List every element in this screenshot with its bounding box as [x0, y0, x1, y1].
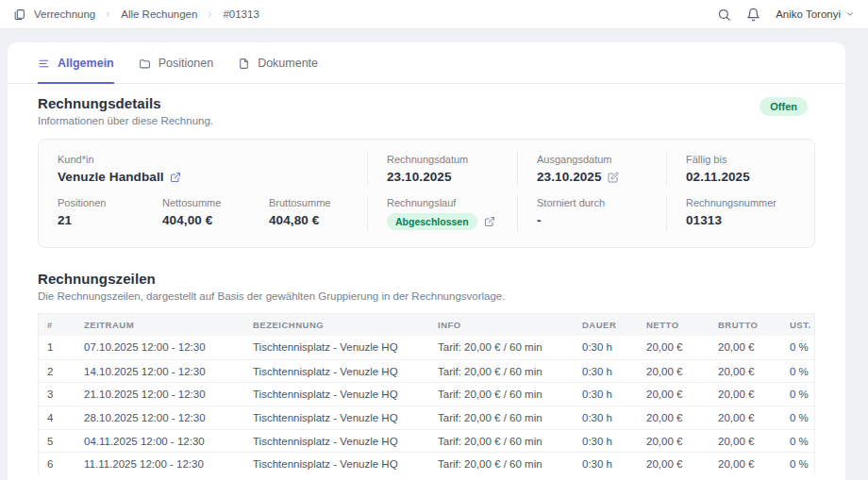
lines-section-header: Rechnungszeilen Die Rechnungszeilen, dar…: [8, 248, 845, 302]
table-row[interactable]: 6 11.11.2025 12:00 - 12:30 Tischtennispl…: [39, 452, 814, 475]
cell-brutto: 20,00 €: [709, 366, 781, 377]
cell-bezeichnung: Tischtennisplatz - Venuzle HQ: [244, 366, 429, 377]
cell-ust: 0 %: [781, 389, 814, 400]
status-badge: Offen: [760, 97, 808, 116]
cell-ust: 0 %: [781, 412, 814, 423]
cell-info: Tarif: 20,00 € / 60 min: [429, 412, 574, 423]
field-kunde: Kund*in Venuzle Handball: [39, 152, 367, 186]
content-panel: Allgemein Positionen Dokumente Rechnungs…: [8, 42, 845, 480]
cell-zeitraum: 28.10.2025 12:00 - 12:30: [75, 412, 244, 423]
cell-nr: 3: [39, 389, 75, 400]
pages-icon: [13, 8, 25, 21]
col-header-brutto: BRUTTO: [709, 320, 781, 330]
field-label: Rechnungsnummer: [686, 197, 803, 208]
table-row[interactable]: 2 14.10.2025 12:00 - 12:30 Tischtennispl…: [39, 359, 814, 383]
cell-brutto: 20,00 €: [709, 341, 781, 353]
cell-brutto: 20,00 €: [709, 412, 781, 423]
field-value: -: [537, 213, 542, 227]
tab-label: Allgemein: [58, 57, 114, 70]
cell-bezeichnung: Tischtennisplatz - Venuzle HQ: [244, 458, 429, 470]
table-body: 1 07.10.2025 12:00 - 12:30 Tischtennispl…: [39, 336, 814, 475]
user-menu[interactable]: Aniko Toronyi: [776, 8, 855, 20]
field-rechnungsdatum: Rechnungsdatum 23.10.2025: [367, 152, 517, 186]
cell-nr: 1: [39, 341, 75, 353]
cell-netto: 20,00 €: [638, 436, 709, 447]
cell-brutto: 20,00 €: [709, 436, 781, 447]
invoice-lines-table: # ZEITRAUM BEZEICHNUNG INFO DAUER NETTO …: [38, 313, 815, 475]
field-value: 23.10.2025: [387, 170, 452, 184]
breadcrumb-item-alle-rechnungen[interactable]: Alle Rechungen: [121, 8, 197, 20]
chevron-right-icon: [206, 10, 214, 19]
cell-zeitraum: 07.10.2025 12:00 - 12:30: [75, 341, 244, 353]
field-label: Ausgangsdatum: [537, 154, 655, 165]
breadcrumb-item-current: #01313: [223, 8, 259, 20]
chevron-down-icon: [845, 9, 855, 19]
external-link-icon[interactable]: [484, 216, 495, 227]
field-faellig-bis: Fällig bis 02.11.2025: [666, 152, 814, 186]
tab-bar: Allgemein Positionen Dokumente: [8, 42, 845, 84]
field-rechnungsnummer: Rechnungsnummer 01313: [666, 195, 814, 232]
field-nettosumme: Nettosumme 404,00 €: [143, 195, 250, 232]
cell-netto: 20,00 €: [638, 389, 709, 400]
cell-bezeichnung: Tischtennisplatz - Venuzle HQ: [244, 412, 429, 423]
cell-netto: 20,00 €: [638, 458, 709, 470]
list-icon: [38, 58, 50, 70]
cell-dauer: 0:30 h: [574, 341, 638, 353]
cell-zeitraum: 14.10.2025 12:00 - 12:30: [75, 366, 244, 377]
field-label: Fällig bis: [686, 154, 803, 165]
table-row[interactable]: 4 28.10.2025 12:00 - 12:30 Tischtennispl…: [39, 406, 814, 429]
col-header-bezeichnung: BEZEICHNUNG: [244, 320, 429, 330]
tab-label: Dokumente: [258, 57, 318, 70]
cell-netto: 20,00 €: [638, 366, 709, 377]
edit-icon[interactable]: [608, 172, 619, 183]
breadcrumb-item-verrechnung[interactable]: Verrechnung: [34, 8, 95, 20]
cell-ust: 0 %: [781, 458, 814, 470]
col-header-nr: #: [39, 320, 75, 330]
field-value: 23.10.2025: [537, 170, 602, 184]
cell-info: Tarif: 20,00 € / 60 min: [429, 458, 574, 470]
col-header-info: INFO: [429, 320, 574, 330]
cell-info: Tarif: 20,00 € / 60 min: [429, 341, 574, 353]
external-link-icon[interactable]: [170, 172, 181, 183]
field-rechnungslauf: Rechnungslauf Abgeschlossen: [367, 195, 517, 232]
tab-dokumente[interactable]: Dokumente: [238, 57, 318, 84]
field-label: Rechnungsdatum: [387, 154, 506, 165]
cell-nr: 2: [39, 366, 75, 377]
col-header-ust: UST.: [781, 320, 814, 330]
chevron-right-icon: [104, 10, 112, 19]
cell-ust: 0 %: [781, 341, 814, 353]
invoice-details-card: Kund*in Venuzle Handball Rechnungsdatum …: [38, 139, 815, 248]
cell-bezeichnung: Tischtennisplatz - Venuzle HQ: [244, 341, 429, 353]
field-value: 01313: [686, 213, 722, 227]
folder-icon: [139, 58, 151, 70]
search-icon[interactable]: [717, 8, 731, 22]
tab-positionen[interactable]: Positionen: [139, 57, 213, 84]
field-label: Rechnungslauf: [387, 197, 506, 208]
cell-dauer: 0:30 h: [574, 458, 638, 470]
cell-netto: 20,00 €: [638, 412, 709, 423]
cell-nr: 4: [39, 412, 75, 423]
details-title: Rechnungsdetails: [38, 95, 815, 111]
table-row[interactable]: 1 07.10.2025 12:00 - 12:30 Tischtennispl…: [39, 336, 814, 359]
field-value: Venuzle Handball: [58, 170, 164, 184]
field-label: Kund*in: [58, 154, 356, 165]
field-storniert-durch: Storniert durch -: [517, 195, 666, 232]
col-header-netto: NETTO: [638, 320, 709, 330]
table-row[interactable]: 3 21.10.2025 12:00 - 12:30 Tischtennispl…: [39, 382, 814, 406]
breadcrumb: Verrechnung Alle Rechungen #01313: [13, 8, 259, 21]
col-header-dauer: DAUER: [574, 320, 638, 330]
field-label: Nettosumme: [162, 197, 239, 208]
field-value: 02.11.2025: [686, 170, 750, 184]
field-label: Bruttosumme: [269, 197, 356, 208]
table-row[interactable]: 5 04.11.2025 12:00 - 12:30 Tischtennispl…: [39, 429, 814, 453]
cell-brutto: 20,00 €: [709, 458, 781, 470]
field-value: 21: [58, 213, 72, 227]
cell-dauer: 0:30 h: [574, 412, 638, 423]
field-ausgangsdatum: Ausgangsdatum 23.10.2025: [517, 152, 666, 186]
document-icon: [238, 58, 250, 70]
bell-icon[interactable]: [746, 8, 760, 22]
tab-allgemein[interactable]: Allgemein: [38, 57, 114, 84]
col-header-zeitraum: ZEITRAUM: [75, 320, 244, 330]
cell-dauer: 0:30 h: [574, 436, 638, 447]
cell-info: Tarif: 20,00 € / 60 min: [429, 389, 574, 400]
